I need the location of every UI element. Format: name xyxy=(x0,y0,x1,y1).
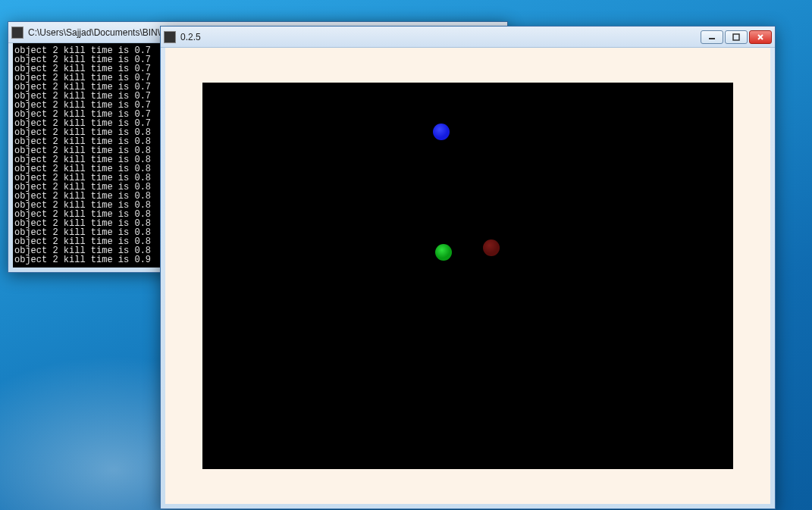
blue-ball xyxy=(433,124,450,140)
close-button[interactable] xyxy=(749,30,772,44)
game-titlebar[interactable]: 0.2.5 xyxy=(161,27,775,48)
game-render-surface[interactable] xyxy=(202,83,733,469)
game-title-text: 0.2.5 xyxy=(180,32,701,42)
game-window[interactable]: 0.2.5 xyxy=(160,26,776,509)
console-app-icon xyxy=(11,27,24,39)
maximize-icon xyxy=(732,33,740,41)
close-icon xyxy=(757,33,764,41)
svg-rect-1 xyxy=(733,34,739,40)
maximize-button[interactable] xyxy=(725,30,748,44)
game-client-area xyxy=(165,48,770,504)
game-app-icon xyxy=(164,31,176,43)
dark-red-ball xyxy=(483,239,500,256)
green-ball xyxy=(435,244,452,261)
minimize-button[interactable] xyxy=(701,30,723,44)
window-control-group xyxy=(701,30,772,44)
minimize-icon xyxy=(708,33,716,41)
